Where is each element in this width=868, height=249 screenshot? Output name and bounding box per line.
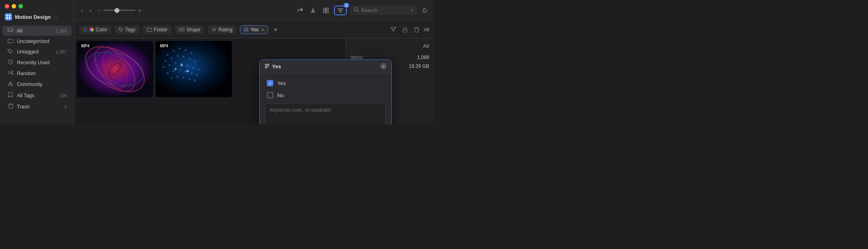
nav-back-button[interactable]: ‹ bbox=[79, 6, 85, 15]
sidebar-item-label: Community bbox=[17, 82, 67, 87]
filter-color[interactable]: Color bbox=[79, 26, 111, 34]
keywords-textarea[interactable] bbox=[265, 104, 386, 124]
svg-point-5 bbox=[9, 50, 10, 51]
filter-rating[interactable]: Rating bbox=[208, 26, 236, 34]
download-icon bbox=[7, 81, 14, 88]
bookmark-icon bbox=[7, 92, 14, 99]
close-dot[interactable] bbox=[5, 4, 9, 8]
svg-point-32 bbox=[173, 50, 174, 52]
download-button[interactable] bbox=[308, 6, 318, 15]
svg-point-33 bbox=[179, 48, 180, 50]
zoom-in-icon[interactable]: + bbox=[138, 7, 141, 14]
svg-point-56 bbox=[177, 76, 178, 78]
grid-view-button[interactable] bbox=[321, 6, 331, 15]
svg-rect-30 bbox=[156, 41, 232, 97]
svg-rect-4 bbox=[8, 28, 13, 31]
sidebar-item-label: Untagged bbox=[17, 49, 52, 55]
sidebar-item-label: Recently Used bbox=[17, 60, 67, 65]
active-filter-yes[interactable]: Yes × bbox=[240, 25, 268, 34]
svg-point-54 bbox=[196, 74, 198, 76]
add-filter-button[interactable]: + bbox=[272, 25, 279, 34]
sidebar-item-uncategorized[interactable]: Uncategorized bbox=[2, 36, 72, 46]
zoom-track[interactable] bbox=[103, 10, 135, 11]
filter-funnel-button[interactable] bbox=[389, 25, 398, 34]
maximize-dot[interactable] bbox=[18, 4, 23, 8]
filter-dropdown-close[interactable]: × bbox=[380, 63, 387, 69]
filter-option-no[interactable]: No bbox=[265, 89, 386, 101]
svg-point-41 bbox=[194, 61, 196, 62]
filter-header-label: Yes bbox=[272, 63, 378, 69]
collection-arrow: ⌄ bbox=[55, 15, 58, 19]
items-value: 1,089 bbox=[417, 55, 429, 60]
filter-dropdown-panel: Yes × ✓ Yes No bbox=[259, 59, 392, 124]
svg-point-12 bbox=[354, 8, 358, 11]
checkbox-yes[interactable]: ✓ bbox=[267, 80, 273, 86]
filter-tags-label: Tags bbox=[125, 27, 135, 33]
search-area: ▾ bbox=[350, 6, 417, 15]
media-item-2[interactable]: MP4 bbox=[156, 41, 232, 97]
filter-dropdown-body: ✓ Yes No bbox=[260, 73, 391, 124]
sidebar-item-untagged[interactable]: Untagged 1,087 bbox=[2, 47, 72, 57]
sidebar-item-label: Trash bbox=[17, 104, 61, 110]
search-icon bbox=[354, 7, 359, 13]
sidebar-item-count: 1 bbox=[64, 104, 67, 109]
filter-dropdown-header: Yes × bbox=[260, 60, 391, 73]
lock-filter-button[interactable] bbox=[401, 25, 409, 34]
minimize-dot[interactable] bbox=[12, 4, 16, 8]
zoom-out-icon[interactable]: − bbox=[98, 7, 101, 14]
filter-folder[interactable]: Folder bbox=[143, 26, 171, 34]
sidebar: Motion Design ⌄ All 1,089 bbox=[0, 0, 74, 124]
filter-header-icon bbox=[264, 63, 270, 69]
svg-point-62 bbox=[175, 68, 177, 70]
svg-rect-8 bbox=[323, 8, 326, 10]
main-content: ‹ › − + bbox=[74, 0, 434, 124]
sidebar-item-count: 1,087 bbox=[55, 49, 67, 54]
svg-point-49 bbox=[167, 72, 168, 74]
sidebar-item-all[interactable]: All 1,089 bbox=[2, 26, 72, 36]
sidebar-item-all-tags[interactable]: All Tags 126 bbox=[2, 90, 72, 101]
sidebar-item-community[interactable]: Community bbox=[2, 79, 72, 90]
sidebar-item-random[interactable]: Random bbox=[2, 68, 72, 78]
svg-rect-18 bbox=[182, 28, 184, 31]
svg-point-47 bbox=[193, 67, 194, 69]
checkbox-no[interactable] bbox=[267, 92, 273, 98]
search-dropdown-arrow[interactable]: ▾ bbox=[411, 8, 413, 12]
color-swatch bbox=[90, 28, 94, 32]
svg-rect-65 bbox=[265, 67, 268, 68]
svg-point-60 bbox=[180, 64, 183, 66]
nav-forward-button[interactable]: › bbox=[88, 6, 94, 15]
share-button[interactable] bbox=[295, 6, 305, 15]
filter-option-yes[interactable]: ✓ Yes bbox=[265, 77, 386, 89]
zoom-slider: − + bbox=[98, 7, 141, 14]
svg-point-46 bbox=[187, 65, 188, 67]
filter-tags[interactable]: Tags bbox=[115, 26, 139, 34]
svg-rect-11 bbox=[326, 11, 328, 13]
active-filter-close[interactable]: × bbox=[262, 27, 264, 32]
sidebar-item-label: All Tags bbox=[17, 93, 56, 98]
svg-rect-7 bbox=[8, 84, 13, 86]
svg-point-37 bbox=[171, 57, 172, 59]
sidebar-item-label: Uncategorized bbox=[17, 39, 67, 44]
svg-point-40 bbox=[189, 58, 190, 60]
option-yes-label: Yes bbox=[277, 80, 286, 86]
properties-header: All bbox=[351, 43, 429, 51]
sidebar-item-recently-used[interactable]: Recently Used bbox=[2, 57, 72, 68]
search-input[interactable] bbox=[361, 7, 409, 13]
zoom-thumb[interactable] bbox=[115, 8, 119, 13]
svg-point-52 bbox=[185, 71, 186, 72]
sidebar-items-list: All 1,089 Uncategorized Unt bbox=[0, 24, 74, 124]
media-thumbnail-1 bbox=[77, 41, 153, 97]
sidebar-item-trash[interactable]: Trash 1 bbox=[2, 101, 72, 112]
svg-point-59 bbox=[194, 80, 196, 81]
delete-filter-button[interactable] bbox=[412, 25, 421, 34]
svg-point-58 bbox=[189, 78, 190, 80]
svg-point-31 bbox=[167, 54, 168, 56]
app-window: Motion Design ⌄ All 1,089 bbox=[0, 0, 434, 124]
tag-icon bbox=[7, 49, 14, 55]
filter-folder-label: Folder bbox=[154, 27, 168, 33]
pin-button[interactable] bbox=[420, 6, 429, 15]
media-item-1[interactable]: MP4 bbox=[77, 41, 153, 97]
svg-point-36 bbox=[165, 60, 166, 62]
filter-shape[interactable]: Shape bbox=[175, 26, 204, 34]
size-value: 19.29 GB bbox=[409, 63, 429, 69]
